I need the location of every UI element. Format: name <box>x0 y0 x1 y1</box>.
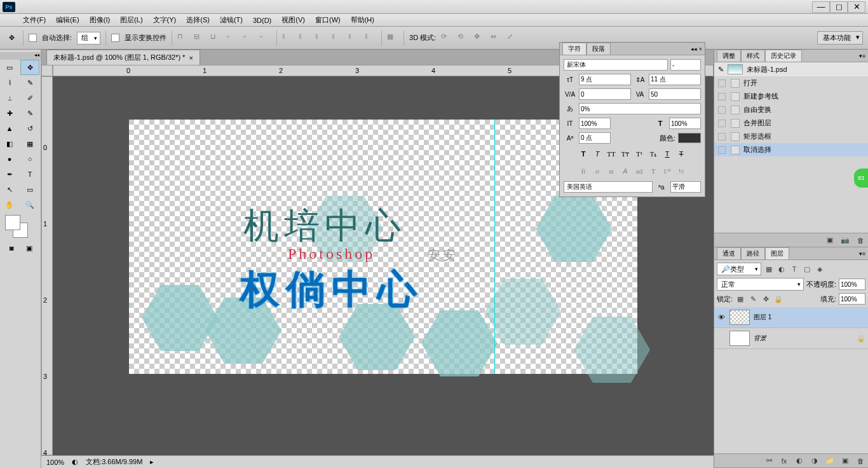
history-item[interactable]: 取消选择 <box>714 143 868 156</box>
autoselect-checkbox[interactable] <box>29 34 37 42</box>
history-delete-icon[interactable]: 🗑 <box>855 235 865 245</box>
dodge-tool[interactable]: ○ <box>20 151 39 167</box>
zoom-tool[interactable]: 🔍 <box>20 197 39 212</box>
blur-tool[interactable]: ● <box>0 151 19 167</box>
lock-transparent-icon[interactable]: ▦ <box>735 294 745 304</box>
eraser-tool[interactable]: ◧ <box>0 136 19 151</box>
smallcaps-button[interactable]: Tᴛ <box>619 148 632 160</box>
filter-type-icon[interactable]: T <box>789 264 799 274</box>
font-family-input[interactable] <box>564 59 668 71</box>
doc-size-icon[interactable]: ◐ <box>72 458 78 466</box>
font-style-input[interactable] <box>670 59 701 71</box>
visibility-icon[interactable]: 👁 <box>717 313 726 322</box>
quickselect-tool[interactable]: ✎ <box>20 75 39 90</box>
lock-all-icon[interactable]: 🔒 <box>773 294 783 304</box>
ligature-button[interactable]: fi <box>577 165 590 177</box>
side-badge[interactable]: 83 <box>854 169 868 188</box>
tracking-input[interactable] <box>649 88 701 100</box>
layer-thumbnail[interactable] <box>729 331 750 346</box>
brush-tool[interactable]: ✎ <box>20 106 39 121</box>
text-color-swatch[interactable] <box>678 133 701 143</box>
menu-type[interactable]: 文字(Y) <box>149 14 180 26</box>
marquee-tool[interactable]: ▭ <box>0 60 19 75</box>
3d-roll-icon[interactable]: ⟲ <box>458 32 469 44</box>
history-snapshot-icon[interactable]: 📷 <box>840 235 850 245</box>
baseline-input[interactable] <box>579 132 611 144</box>
tab-adjustments[interactable]: 调整 <box>717 50 741 62</box>
type-tool[interactable]: T <box>20 167 39 182</box>
link-layers-icon[interactable]: ⚯ <box>764 456 774 466</box>
hscale-input[interactable] <box>669 118 701 129</box>
eyedropper-tool[interactable]: ✐ <box>20 90 39 106</box>
menu-3d[interactable]: 3D(D) <box>249 15 275 25</box>
opacity-input[interactable] <box>839 279 865 290</box>
close-button[interactable]: ✕ <box>848 1 865 13</box>
tab-character[interactable]: 字符 <box>562 43 587 55</box>
history-item[interactable]: 自由变换 <box>714 103 868 116</box>
layer-name[interactable]: 图层 1 <box>754 313 865 322</box>
showtransform-checkbox[interactable] <box>111 34 119 42</box>
fontsize-input[interactable] <box>579 74 631 85</box>
tab-history[interactable]: 历史记录 <box>765 50 802 62</box>
titling-button[interactable]: ad <box>633 165 646 177</box>
quickmask-icon[interactable]: ◙ <box>3 240 20 256</box>
stylistic-button[interactable]: st <box>605 165 618 177</box>
vertical-guide[interactable] <box>494 120 495 374</box>
filter-shape-icon[interactable]: ▢ <box>802 264 812 274</box>
screenmode-icon[interactable]: ▣ <box>20 240 38 256</box>
3d-scale-icon[interactable]: ⤢ <box>507 32 519 44</box>
toolbar-collapse-icon[interactable]: ◂◂ <box>0 52 41 60</box>
bold-button[interactable]: T <box>577 148 590 160</box>
fractions-button[interactable]: ½ <box>675 165 688 177</box>
swash-button[interactable]: A <box>619 165 632 177</box>
crop-tool[interactable]: ⟂ <box>0 90 19 106</box>
tab-channels[interactable]: 通道 <box>717 247 741 260</box>
3d-slide-icon[interactable]: ⇔ <box>491 32 502 44</box>
filter-smart-icon[interactable]: ◈ <box>815 264 825 274</box>
tsume-input[interactable] <box>579 103 701 114</box>
tab-paragraph[interactable]: 段落 <box>587 43 611 55</box>
adjustment-layer-icon[interactable]: ◑ <box>810 456 820 466</box>
menu-image[interactable]: 图像(I) <box>86 14 114 26</box>
subscript-button[interactable]: T₁ <box>647 148 660 160</box>
layer-item[interactable]: 背景 🔒 <box>714 328 868 349</box>
history-item[interactable]: 矩形选框 <box>714 130 868 143</box>
oldstyle-button[interactable]: σ <box>591 165 604 177</box>
superscript-button[interactable]: T¹ <box>633 148 646 160</box>
history-snapshot[interactable]: ✎ 未标题-1.psd <box>714 62 868 76</box>
3d-orbit-icon[interactable]: ⟳ <box>441 32 452 44</box>
stamp-tool[interactable]: ▲ <box>0 121 19 136</box>
tab-layers[interactable]: 图层 <box>765 247 789 260</box>
layer-thumbnail[interactable] <box>729 310 750 325</box>
blend-mode-dropdown[interactable]: 正常 <box>717 278 804 291</box>
ruler-origin[interactable] <box>41 65 53 76</box>
workspace-dropdown[interactable]: 基本功能 <box>817 31 863 45</box>
menu-layer[interactable]: 图层(L) <box>116 14 146 26</box>
new-layer-icon[interactable]: ▣ <box>840 456 850 466</box>
filter-adj-icon[interactable]: ◐ <box>776 264 787 274</box>
lock-paint-icon[interactable]: ✎ <box>748 294 758 304</box>
autoselect-dropdown[interactable]: 组 <box>77 32 100 45</box>
positional-button[interactable]: 1ˢᵗ <box>661 165 674 177</box>
menu-edit[interactable]: 编辑(E) <box>52 14 83 26</box>
layer-item[interactable]: 👁 图层 1 <box>714 307 868 328</box>
menu-window[interactable]: 窗口(W) <box>311 14 344 26</box>
hand-tool[interactable]: ✋ <box>0 197 19 212</box>
language-dropdown[interactable] <box>564 181 653 193</box>
tab-close-icon[interactable]: × <box>189 54 193 62</box>
italic-button[interactable]: T <box>591 148 604 160</box>
lasso-tool[interactable]: ⌇ <box>0 75 19 90</box>
menu-help[interactable]: 帮助(H) <box>347 14 378 26</box>
history-brush-tool[interactable]: ↺ <box>20 121 39 136</box>
history-item[interactable]: 合并图层 <box>714 116 868 130</box>
pen-tool[interactable]: ✒ <box>0 167 19 182</box>
panel-menu-icon[interactable]: ▾≡ <box>859 53 865 59</box>
layer-filter-kind[interactable]: 🔎 类型 <box>717 263 761 275</box>
document-tab[interactable]: 未标题-1.psd @ 100% (图层 1, RGB/32*) * × <box>46 50 200 65</box>
layer-group-icon[interactable]: 📁 <box>825 456 835 466</box>
tab-styles[interactable]: 样式 <box>741 50 765 62</box>
menu-filter[interactable]: 滤镜(T) <box>216 14 247 26</box>
move-tool[interactable]: ✥ <box>20 60 39 75</box>
3d-pan-icon[interactable]: ✥ <box>474 32 485 44</box>
history-item[interactable]: 打开 <box>714 76 868 90</box>
